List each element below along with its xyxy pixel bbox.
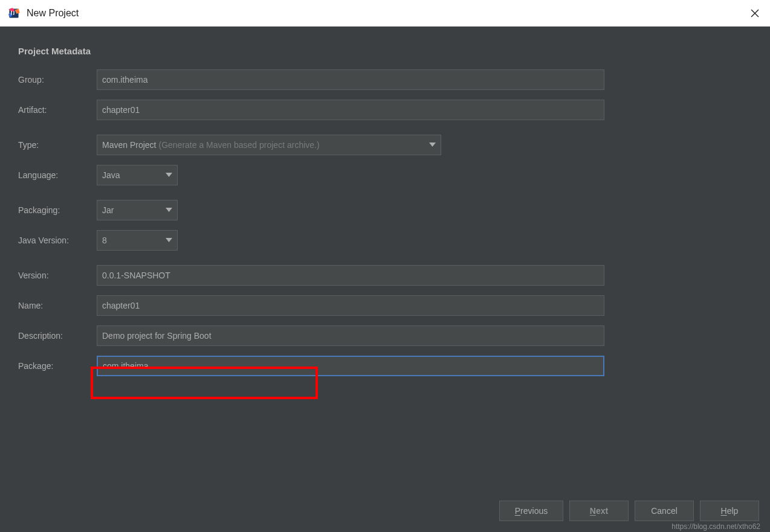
footer-buttons: Previous Next Cancel Help	[499, 501, 759, 521]
package-input[interactable]	[97, 356, 604, 376]
row-description: Description:	[18, 325, 752, 346]
row-java-version: Java Version: 8	[18, 230, 752, 251]
name-input[interactable]	[97, 295, 604, 316]
label-version: Version:	[18, 271, 97, 280]
row-packaging: Packaging: Jar	[18, 200, 752, 220]
row-artifact: Artifact:	[18, 100, 752, 120]
row-group: Group:	[18, 69, 752, 90]
intellij-logo-icon	[7, 7, 21, 20]
row-version: Version:	[18, 265, 752, 286]
row-name: Name:	[18, 295, 752, 316]
svg-marker-8	[166, 173, 172, 177]
version-input[interactable]	[97, 265, 604, 286]
group-input[interactable]	[97, 69, 604, 90]
chevron-down-icon	[166, 173, 172, 178]
chevron-down-icon	[166, 238, 172, 243]
row-package: Package:	[18, 356, 752, 376]
previous-button[interactable]: Previous	[499, 501, 563, 521]
type-hint: (Generate a Maven based project archive.…	[158, 140, 319, 150]
chevron-down-icon	[429, 143, 436, 147]
label-language: Language:	[18, 170, 97, 180]
help-button[interactable]: Help	[700, 501, 759, 521]
close-icon	[751, 9, 759, 18]
row-type: Type: Maven Project (Generate a Maven ba…	[18, 135, 752, 155]
label-description: Description:	[18, 331, 97, 341]
next-button[interactable]: Next	[569, 501, 629, 521]
label-name: Name:	[18, 301, 97, 310]
svg-marker-7	[429, 143, 436, 147]
type-select[interactable]: Maven Project (Generate a Maven based pr…	[97, 135, 441, 155]
artifact-input[interactable]	[97, 100, 604, 120]
title-bar: New Project	[0, 0, 770, 27]
language-value: Java	[102, 170, 120, 180]
type-value: Maven Project	[102, 140, 156, 150]
window-title: New Project	[27, 8, 747, 19]
cancel-button[interactable]: Cancel	[635, 501, 694, 521]
label-packaging: Packaging:	[18, 205, 97, 215]
chevron-down-icon	[166, 208, 172, 213]
svg-rect-4	[11, 10, 11, 14]
svg-marker-10	[166, 238, 172, 242]
description-input[interactable]	[97, 325, 604, 346]
label-package: Package:	[18, 361, 97, 371]
packaging-select[interactable]: Jar	[97, 200, 178, 220]
row-language: Language: Java	[18, 165, 752, 185]
java-version-select[interactable]: 8	[97, 230, 178, 251]
svg-marker-9	[166, 208, 172, 212]
label-group: Group:	[18, 75, 97, 85]
label-java-version: Java Version:	[18, 236, 97, 245]
section-title: Project Metadata	[18, 46, 752, 56]
packaging-value: Jar	[102, 205, 114, 215]
label-type: Type:	[18, 140, 97, 150]
dialog-content: Project Metadata Group: Artifact: Type: …	[0, 27, 770, 532]
java-version-value: 8	[102, 236, 107, 245]
close-button[interactable]	[747, 5, 763, 21]
watermark-text: https://blog.csdn.net/xtho62	[671, 522, 760, 531]
language-select[interactable]: Java	[97, 165, 178, 185]
label-artifact: Artifact:	[18, 105, 97, 115]
